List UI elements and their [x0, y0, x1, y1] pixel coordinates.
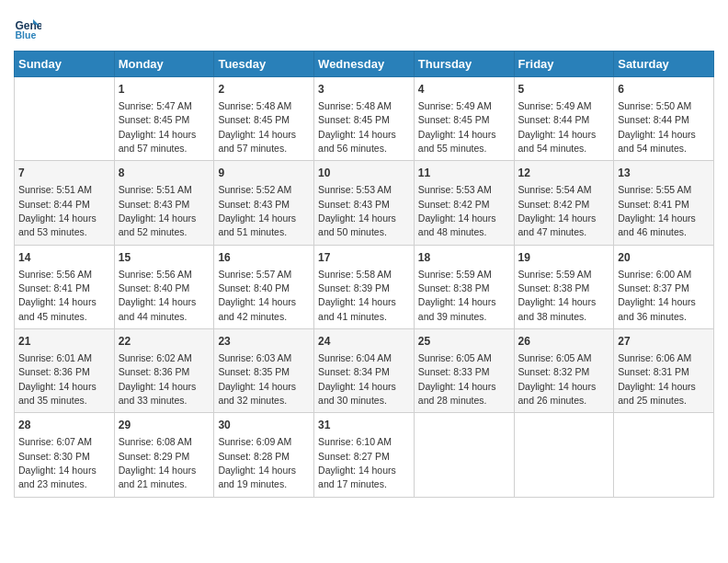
day-number: 22 — [119, 334, 210, 350]
calendar-cell: 19Sunrise: 5:59 AM Sunset: 8:38 PM Dayli… — [514, 245, 614, 328]
day-number: 7 — [18, 166, 110, 181]
calendar-cell: 8Sunrise: 5:51 AM Sunset: 8:43 PM Daylig… — [114, 161, 214, 245]
calendar-cell: 31Sunrise: 6:10 AM Sunset: 8:27 PM Dayli… — [314, 413, 415, 497]
day-info: Sunrise: 5:48 AM Sunset: 8:45 PM Dayligh… — [318, 100, 396, 154]
day-info: Sunrise: 6:09 AM Sunset: 8:28 PM Dayligh… — [218, 436, 296, 489]
day-number: 31 — [318, 418, 410, 433]
calendar-cell: 27Sunrise: 6:06 AM Sunset: 8:31 PM Dayli… — [614, 329, 714, 413]
day-number: 23 — [218, 334, 310, 350]
day-number: 11 — [418, 166, 510, 181]
day-info: Sunrise: 5:53 AM Sunset: 8:43 PM Dayligh… — [318, 184, 396, 237]
day-number: 5 — [518, 82, 610, 98]
calendar-cell: 3Sunrise: 5:48 AM Sunset: 8:45 PM Daylig… — [314, 77, 415, 161]
day-number: 18 — [418, 250, 510, 266]
day-info: Sunrise: 5:49 AM Sunset: 8:44 PM Dayligh… — [518, 100, 597, 154]
calendar-cell: 14Sunrise: 5:56 AM Sunset: 8:41 PM Dayli… — [15, 245, 115, 328]
week-row-4: 21Sunrise: 6:01 AM Sunset: 8:36 PM Dayli… — [15, 329, 714, 413]
day-number: 6 — [618, 82, 710, 98]
day-number: 24 — [318, 334, 410, 350]
calendar-cell: 26Sunrise: 6:05 AM Sunset: 8:32 PM Dayli… — [514, 329, 614, 413]
calendar-cell: 1Sunrise: 5:47 AM Sunset: 8:45 PM Daylig… — [114, 77, 214, 161]
calendar-cell — [514, 413, 614, 497]
calendar-cell: 2Sunrise: 5:48 AM Sunset: 8:45 PM Daylig… — [214, 77, 314, 161]
day-number: 2 — [218, 82, 310, 98]
day-info: Sunrise: 5:53 AM Sunset: 8:42 PM Dayligh… — [418, 184, 496, 237]
day-number: 4 — [418, 82, 510, 98]
day-info: Sunrise: 5:56 AM Sunset: 8:40 PM Dayligh… — [119, 269, 197, 322]
calendar-cell — [15, 77, 115, 161]
day-number: 26 — [518, 334, 610, 350]
calendar-cell: 13Sunrise: 5:55 AM Sunset: 8:41 PM Dayli… — [614, 161, 714, 245]
day-info: Sunrise: 6:03 AM Sunset: 8:35 PM Dayligh… — [218, 352, 296, 406]
day-number: 30 — [218, 418, 310, 433]
logo-icon: General Blue — [14, 14, 41, 41]
header-tuesday: Tuesday — [214, 52, 314, 77]
header-monday: Monday — [114, 52, 214, 77]
calendar-cell: 16Sunrise: 5:57 AM Sunset: 8:40 PM Dayli… — [214, 245, 314, 328]
calendar-cell: 12Sunrise: 5:54 AM Sunset: 8:42 PM Dayli… — [514, 161, 614, 245]
header-thursday: Thursday — [414, 52, 514, 77]
day-info: Sunrise: 5:59 AM Sunset: 8:38 PM Dayligh… — [518, 269, 597, 322]
calendar-cell: 9Sunrise: 5:52 AM Sunset: 8:43 PM Daylig… — [214, 161, 314, 245]
day-number: 8 — [119, 166, 210, 181]
calendar-cell: 10Sunrise: 5:53 AM Sunset: 8:43 PM Dayli… — [314, 161, 415, 245]
calendar-cell — [414, 413, 514, 497]
calendar-cell: 11Sunrise: 5:53 AM Sunset: 8:42 PM Dayli… — [414, 161, 514, 245]
day-info: Sunrise: 6:07 AM Sunset: 8:30 PM Dayligh… — [18, 436, 97, 489]
page-header: General Blue — [14, 14, 714, 41]
day-info: Sunrise: 5:57 AM Sunset: 8:40 PM Dayligh… — [218, 269, 296, 322]
calendar-cell: 29Sunrise: 6:08 AM Sunset: 8:29 PM Dayli… — [114, 413, 214, 497]
day-number: 25 — [418, 334, 510, 350]
calendar-cell: 23Sunrise: 6:03 AM Sunset: 8:35 PM Dayli… — [214, 329, 314, 413]
day-number: 13 — [618, 166, 710, 181]
calendar-cell: 20Sunrise: 6:00 AM Sunset: 8:37 PM Dayli… — [614, 245, 714, 328]
day-number: 19 — [518, 250, 610, 266]
calendar-table: SundayMondayTuesdayWednesdayThursdayFrid… — [14, 51, 714, 498]
day-info: Sunrise: 6:04 AM Sunset: 8:34 PM Dayligh… — [318, 352, 396, 406]
svg-text:Blue: Blue — [16, 29, 37, 40]
header-wednesday: Wednesday — [314, 52, 415, 77]
calendar-cell: 24Sunrise: 6:04 AM Sunset: 8:34 PM Dayli… — [314, 329, 415, 413]
day-info: Sunrise: 5:50 AM Sunset: 8:44 PM Dayligh… — [618, 100, 696, 154]
day-info: Sunrise: 6:02 AM Sunset: 8:36 PM Dayligh… — [119, 352, 197, 406]
calendar-cell: 28Sunrise: 6:07 AM Sunset: 8:30 PM Dayli… — [15, 413, 115, 497]
calendar-cell: 4Sunrise: 5:49 AM Sunset: 8:45 PM Daylig… — [414, 77, 514, 161]
day-info: Sunrise: 5:54 AM Sunset: 8:42 PM Dayligh… — [518, 184, 597, 237]
week-row-1: 1Sunrise: 5:47 AM Sunset: 8:45 PM Daylig… — [15, 77, 714, 161]
calendar-cell: 7Sunrise: 5:51 AM Sunset: 8:44 PM Daylig… — [15, 161, 115, 245]
calendar-header-row: SundayMondayTuesdayWednesdayThursdayFrid… — [15, 52, 714, 77]
day-number: 3 — [318, 82, 410, 98]
day-info: Sunrise: 5:59 AM Sunset: 8:38 PM Dayligh… — [418, 269, 496, 322]
day-number: 17 — [318, 250, 410, 266]
calendar-cell: 22Sunrise: 6:02 AM Sunset: 8:36 PM Dayli… — [114, 329, 214, 413]
day-info: Sunrise: 5:47 AM Sunset: 8:45 PM Dayligh… — [119, 100, 197, 154]
day-number: 1 — [119, 82, 210, 98]
day-number: 29 — [119, 418, 210, 433]
day-info: Sunrise: 6:10 AM Sunset: 8:27 PM Dayligh… — [318, 436, 396, 489]
day-number: 16 — [218, 250, 310, 266]
day-number: 9 — [218, 166, 310, 181]
header-saturday: Saturday — [614, 52, 714, 77]
calendar-cell: 5Sunrise: 5:49 AM Sunset: 8:44 PM Daylig… — [514, 77, 614, 161]
logo: General Blue — [14, 14, 45, 41]
day-info: Sunrise: 6:05 AM Sunset: 8:33 PM Dayligh… — [418, 352, 496, 406]
calendar-cell: 15Sunrise: 5:56 AM Sunset: 8:40 PM Dayli… — [114, 245, 214, 328]
day-number: 28 — [18, 418, 110, 433]
calendar-cell: 21Sunrise: 6:01 AM Sunset: 8:36 PM Dayli… — [15, 329, 115, 413]
day-number: 12 — [518, 166, 610, 181]
header-friday: Friday — [514, 52, 614, 77]
day-info: Sunrise: 6:05 AM Sunset: 8:32 PM Dayligh… — [518, 352, 597, 406]
day-info: Sunrise: 5:51 AM Sunset: 8:43 PM Dayligh… — [119, 184, 197, 237]
day-number: 10 — [318, 166, 410, 181]
day-info: Sunrise: 6:08 AM Sunset: 8:29 PM Dayligh… — [119, 436, 197, 489]
calendar-cell: 30Sunrise: 6:09 AM Sunset: 8:28 PM Dayli… — [214, 413, 314, 497]
day-info: Sunrise: 6:00 AM Sunset: 8:37 PM Dayligh… — [618, 269, 696, 322]
day-info: Sunrise: 6:01 AM Sunset: 8:36 PM Dayligh… — [18, 352, 97, 406]
day-number: 15 — [119, 250, 210, 266]
header-sunday: Sunday — [15, 52, 115, 77]
week-row-3: 14Sunrise: 5:56 AM Sunset: 8:41 PM Dayli… — [15, 245, 714, 328]
week-row-5: 28Sunrise: 6:07 AM Sunset: 8:30 PM Dayli… — [15, 413, 714, 497]
day-info: Sunrise: 5:58 AM Sunset: 8:39 PM Dayligh… — [318, 269, 396, 322]
calendar-cell — [614, 413, 714, 497]
day-number: 14 — [18, 250, 110, 266]
